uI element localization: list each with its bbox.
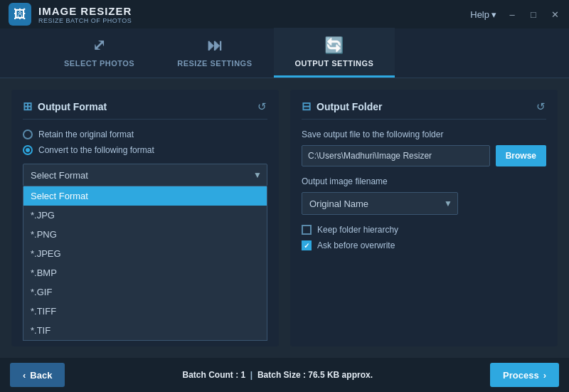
- app-title-block: IMAGE RESIZER RESIZE BATCH OF PHOTOS: [38, 5, 132, 24]
- output-settings-icon: 🔄: [324, 36, 344, 55]
- convert-format-label: Convert to the following format: [38, 145, 154, 155]
- close-button[interactable]: ✕: [549, 9, 560, 20]
- app-title: IMAGE RESIZER: [38, 5, 132, 17]
- app-subtitle: RESIZE BATCH OF PHOTOS: [38, 17, 132, 24]
- ask-overwrite-option[interactable]: Ask before overwrite: [302, 240, 546, 250]
- filename-dropdown[interactable]: Original Name: [302, 192, 458, 215]
- app-logo: 🖼: [9, 3, 31, 26]
- resize-settings-icon: ⏭: [207, 36, 223, 55]
- main-content: ⊞ Output Format ↺ Retain the original fo…: [0, 78, 569, 358]
- format-option-tif[interactable]: *.TIF: [23, 321, 267, 340]
- format-dropdown-list: Select Format *.JPG *.PNG *.JPEG *.BMP *…: [23, 186, 267, 341]
- filename-dropdown-selected: Original Name: [309, 198, 368, 209]
- back-label: Back: [30, 370, 52, 381]
- footer-info: Batch Count : 1 | Batch Size : 76.5 KB a…: [183, 370, 373, 380]
- keep-hierarchy-label: Keep folder hierarchy: [317, 225, 398, 235]
- titlebar-left: 🖼 IMAGE RESIZER RESIZE BATCH OF PHOTOS: [9, 3, 132, 26]
- back-icon: ‹: [23, 370, 26, 381]
- retain-format-option[interactable]: Retain the original format: [23, 129, 267, 139]
- format-option-jpg[interactable]: *.JPG: [23, 206, 267, 225]
- convert-format-radio[interactable]: [23, 145, 33, 155]
- restore-button[interactable]: □: [528, 9, 539, 20]
- format-option-bmp[interactable]: *.BMP: [23, 263, 267, 282]
- output-folder-panel-icon: ⊟: [302, 100, 311, 113]
- batch-count-value: 1: [241, 370, 246, 380]
- output-folder-panel: ⊟ Output Folder ↺ Save output file to th…: [290, 90, 558, 346]
- browse-button[interactable]: Browse: [496, 145, 546, 166]
- titlebar: 🖼 IMAGE RESIZER RESIZE BATCH OF PHOTOS H…: [0, 0, 569, 28]
- format-radio-group: Retain the original format Convert to th…: [23, 129, 267, 155]
- back-button[interactable]: ‹ Back: [10, 363, 65, 387]
- filename-label: Output image filename: [302, 176, 546, 186]
- checkbox-group: Keep folder hierarchy Ask before overwri…: [302, 225, 546, 250]
- output-format-panel: ⊞ Output Format ↺ Retain the original fo…: [11, 90, 279, 346]
- ask-overwrite-checkbox[interactable]: [302, 240, 312, 250]
- nav-tabs: ⤢ SELECT PHOTOS ⏭ RESIZE SETTINGS 🔄 OUTP…: [0, 28, 569, 78]
- tab-select-photos-label: SELECT PHOTOS: [64, 59, 134, 68]
- tab-output-settings[interactable]: 🔄 OUTPUT SETTINGS: [274, 28, 395, 78]
- output-folder-title: Output Folder: [317, 101, 383, 112]
- output-format-refresh-button[interactable]: ↺: [253, 98, 270, 115]
- ask-overwrite-label: Ask before overwrite: [317, 240, 395, 250]
- batch-size-label: Batch Size :: [257, 370, 306, 380]
- batch-count-label: Batch Count :: [183, 370, 239, 380]
- folder-input-row: Browse: [302, 145, 546, 166]
- batch-size-value: 76.5 KB approx.: [308, 370, 373, 380]
- format-option-gif[interactable]: *.GIF: [23, 282, 267, 302]
- retain-format-label: Retain the original format: [38, 129, 134, 139]
- output-format-title: Output Format: [38, 101, 107, 112]
- process-label: Process: [503, 370, 539, 381]
- tab-select-photos[interactable]: ⤢ SELECT PHOTOS: [43, 28, 156, 78]
- output-folder-header: ⊟ Output Folder: [302, 100, 546, 120]
- titlebar-right: Help ▾ – □ ✕: [470, 9, 560, 20]
- output-format-header: ⊞ Output Format: [23, 100, 267, 120]
- folder-save-label: Save output file to the following folder: [302, 129, 546, 139]
- format-option-tiff[interactable]: *.TIFF: [23, 302, 267, 321]
- tab-resize-settings[interactable]: ⏭ RESIZE SETTINGS: [156, 28, 273, 78]
- process-button[interactable]: Process ›: [490, 363, 559, 387]
- format-dropdown-selected: Select Format: [31, 170, 88, 181]
- select-photos-icon: ⤢: [92, 36, 106, 55]
- app-logo-icon: 🖼: [14, 7, 26, 22]
- filename-dropdown-container: Original Name ▼: [302, 192, 546, 215]
- output-folder-refresh-button[interactable]: ↺: [532, 98, 549, 115]
- tab-output-settings-label: OUTPUT SETTINGS: [295, 59, 374, 68]
- keep-hierarchy-option[interactable]: Keep folder hierarchy: [302, 225, 546, 235]
- footer: ‹ Back Batch Count : 1 | Batch Size : 76…: [0, 358, 569, 392]
- help-button[interactable]: Help ▾: [470, 9, 496, 20]
- output-format-panel-icon: ⊞: [23, 100, 32, 113]
- format-option-png[interactable]: *.PNG: [23, 225, 267, 244]
- format-dropdown[interactable]: Select Format: [23, 164, 267, 186]
- format-option-jpeg[interactable]: *.JPEG: [23, 244, 267, 263]
- keep-hierarchy-checkbox[interactable]: [302, 225, 312, 235]
- process-icon: ›: [543, 370, 546, 381]
- retain-format-radio[interactable]: [23, 129, 33, 139]
- format-option-select[interactable]: Select Format: [23, 186, 267, 206]
- minimize-button[interactable]: –: [506, 9, 518, 20]
- folder-path-input[interactable]: [302, 145, 490, 166]
- format-dropdown-container: Select Format ▼ Select Format *.JPG *.PN…: [23, 164, 267, 186]
- tab-resize-settings-label: RESIZE SETTINGS: [177, 59, 252, 68]
- convert-format-option[interactable]: Convert to the following format: [23, 145, 267, 155]
